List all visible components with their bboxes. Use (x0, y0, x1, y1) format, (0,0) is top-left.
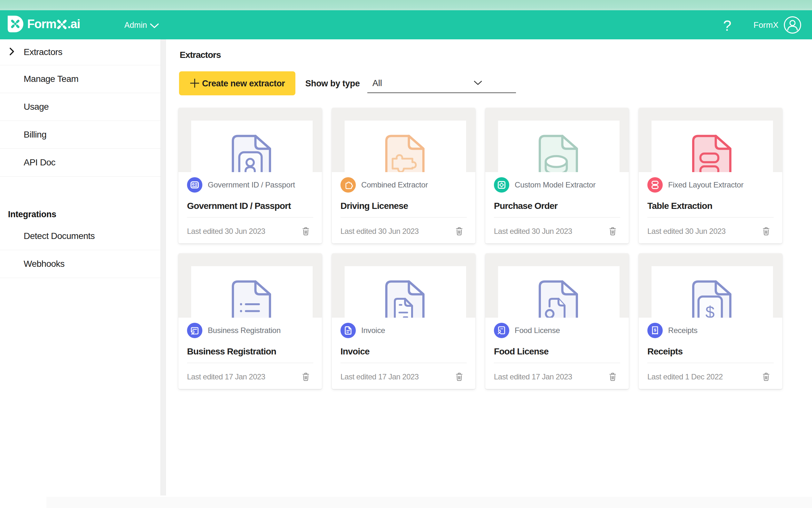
svg-text:$: $ (654, 328, 656, 332)
svg-text:$: $ (706, 303, 715, 318)
